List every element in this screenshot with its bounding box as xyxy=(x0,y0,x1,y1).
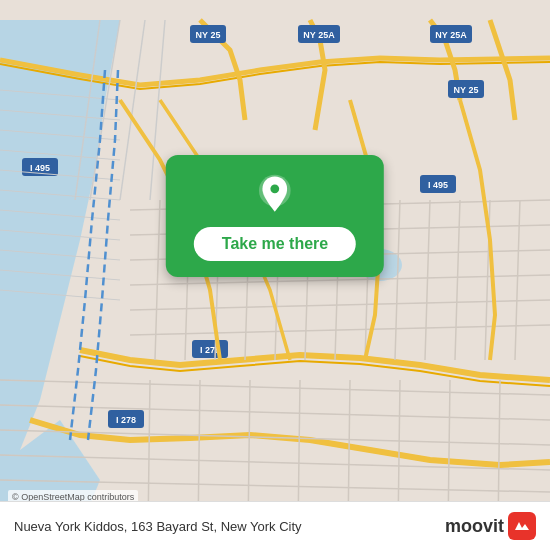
svg-text:I 495: I 495 xyxy=(428,180,448,190)
location-pin-icon xyxy=(253,173,297,217)
location-text: Nueva York Kiddos, 163 Bayard St, New Yo… xyxy=(14,519,302,534)
take-me-there-button[interactable]: Take me there xyxy=(194,227,356,261)
svg-text:NY 25A: NY 25A xyxy=(303,30,335,40)
moovit-logo-icon xyxy=(508,512,536,540)
svg-text:NY 25: NY 25 xyxy=(196,30,221,40)
svg-text:NY 25: NY 25 xyxy=(454,85,479,95)
svg-text:NY 25A: NY 25A xyxy=(435,30,467,40)
take-me-there-container: Take me there xyxy=(166,155,384,277)
svg-text:I 495: I 495 xyxy=(30,163,50,173)
svg-point-68 xyxy=(271,184,280,193)
green-card: Take me there xyxy=(166,155,384,277)
bottom-bar: Nueva York Kiddos, 163 Bayard St, New Yo… xyxy=(0,501,550,550)
map-container: I 495 NY 25 NY 25A NY 25A NY 25 I 495 I … xyxy=(0,0,550,550)
svg-text:I 278: I 278 xyxy=(116,415,136,425)
moovit-logo: moovit xyxy=(445,512,536,540)
moovit-logo-text: moovit xyxy=(445,516,504,537)
